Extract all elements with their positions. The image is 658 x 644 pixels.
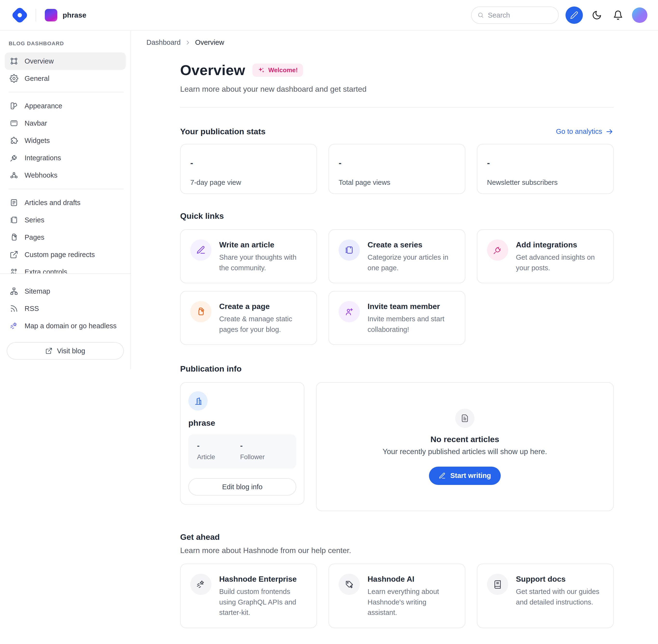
metric-follower: - Follower: [240, 441, 265, 461]
quick-link-invite-team-member[interactable]: Invite team member Invite members and st…: [329, 291, 465, 345]
sidebar-item-custom-page-redirects[interactable]: Custom page redirects: [5, 246, 126, 263]
blog-name[interactable]: phrase: [63, 11, 86, 19]
app-header: phrase: [0, 0, 658, 31]
get-ahead-card-ai[interactable]: Hashnode AI Learn everything about Hashn…: [329, 564, 465, 628]
card-title: Create a series: [368, 240, 455, 249]
sidebar-item-map-domain[interactable]: Map a domain or go headless: [5, 317, 126, 335]
quick-link-add-integrations[interactable]: Add integrations Get advanced insights o…: [477, 229, 614, 283]
sidebar-item-label: Sitemap: [25, 288, 50, 295]
moon-icon: [592, 10, 602, 20]
sidebar-item-label: Custom page redirects: [25, 251, 95, 259]
chevron-right-icon: [184, 39, 191, 46]
sidebar-item-overview[interactable]: Overview: [5, 52, 126, 70]
sidebar-item-webhooks[interactable]: Webhooks: [5, 166, 126, 184]
sidebar-item-general[interactable]: General: [5, 70, 126, 87]
edit-blog-info-button[interactable]: Edit blog info: [188, 478, 296, 496]
divider: [180, 107, 614, 108]
user-plus-icon: [338, 301, 360, 322]
recent-articles-desc: Your recently published articles will sh…: [383, 447, 547, 456]
sidebar-item-label: RSS: [25, 305, 39, 313]
recent-articles-title: No recent articles: [383, 435, 547, 444]
start-writing-button[interactable]: Start writing: [429, 467, 501, 485]
series-icon: [9, 216, 18, 224]
card-desc: Get started with our guides and detailed…: [516, 586, 604, 607]
pages-icon: [190, 301, 212, 322]
metric-label: Follower: [240, 453, 265, 461]
page-subtitle: Learn more about your new dashboard and …: [180, 85, 614, 94]
stat-value: -: [190, 158, 307, 168]
stat-card-total-page-views[interactable]: - Total page views: [329, 144, 465, 194]
write-button[interactable]: [566, 6, 583, 24]
stat-label: Total page views: [338, 179, 455, 186]
breadcrumb-dashboard[interactable]: Dashboard: [147, 39, 181, 46]
sidebar-section-label: BLOG DASHBOARD: [9, 41, 126, 47]
article-icon: [9, 198, 18, 207]
overview-icon: [9, 57, 18, 66]
publication-name: phrase: [188, 418, 296, 428]
pen-icon: [439, 472, 446, 479]
sidebar-item-label: Navbar: [25, 119, 47, 127]
sidebar-item-label: Widgets: [25, 137, 50, 145]
quick-link-write-article[interactable]: Write an article Share your thoughts wit…: [180, 229, 317, 283]
welcome-badge-label: Welcome!: [268, 66, 298, 74]
user-avatar[interactable]: [632, 7, 648, 23]
notifications-button[interactable]: [611, 8, 625, 22]
sidebar-item-navbar[interactable]: Navbar: [5, 115, 126, 132]
metric-value: -: [240, 441, 265, 450]
stat-label: 7-day page view: [190, 179, 307, 186]
search-bar[interactable]: [471, 6, 559, 24]
hashnode-logo[interactable]: [11, 6, 29, 24]
sidebar-item-sitemap[interactable]: Sitemap: [5, 282, 126, 300]
breadcrumb-overview[interactable]: Overview: [195, 39, 224, 46]
gear-icon: [9, 74, 18, 83]
card-title: Hashnode AI: [368, 575, 455, 583]
sidebar: BLOG DASHBOARD Overview General Appearan…: [0, 31, 131, 369]
visit-blog-button[interactable]: Visit blog: [7, 342, 124, 360]
search-input[interactable]: [488, 11, 552, 19]
sidebar-item-series[interactable]: Series: [5, 211, 126, 229]
external-link-icon: [45, 347, 52, 354]
quick-link-create-series[interactable]: Create a series Categorize your articles…: [329, 229, 465, 283]
main-content: Dashboard Overview Overview Welcome! Lea…: [131, 31, 658, 628]
card-desc: Categorize your articles in one page.: [368, 252, 455, 273]
sitemap-icon: [9, 287, 18, 296]
go-to-analytics-link[interactable]: Go to analytics: [556, 128, 614, 136]
blog-avatar[interactable]: [45, 9, 57, 21]
dark-mode-toggle[interactable]: [590, 8, 604, 22]
sidebar-item-articles-and-drafts[interactable]: Articles and drafts: [5, 194, 126, 211]
card-desc: Create & manage static pages for your bl…: [219, 314, 307, 335]
bell-icon: [613, 10, 623, 20]
get-ahead-card-support-docs[interactable]: Support docs Get started with our guides…: [477, 564, 614, 628]
get-ahead-card-enterprise[interactable]: Hashnode Enterprise Build custom fronten…: [180, 564, 317, 628]
sidebar-item-rss[interactable]: RSS: [5, 300, 126, 317]
sidebar-item-extra-controls[interactable]: Extra controls: [5, 263, 126, 273]
sidebar-item-label: Map a domain or go headless: [25, 322, 116, 330]
quick-link-create-page[interactable]: Create a page Create & manage static pag…: [180, 291, 317, 345]
series-icon: [338, 239, 360, 261]
sidebar-item-appearance[interactable]: Appearance: [5, 97, 126, 115]
quick-links-heading: Quick links: [180, 211, 614, 221]
sidebar-item-label: Webhooks: [25, 171, 58, 179]
welcome-badge: Welcome!: [253, 64, 303, 77]
card-title: Hashnode Enterprise: [219, 575, 307, 583]
stat-label: Newsletter subscribers: [487, 179, 604, 186]
stat-card-newsletter-subscribers[interactable]: - Newsletter subscribers: [477, 144, 614, 194]
card-desc: Invite members and start collaborating!: [368, 314, 455, 335]
building-icon: [188, 391, 207, 411]
sidebar-item-label: Appearance: [25, 102, 62, 110]
shooting-star-icon: [190, 574, 212, 595]
shooting-star-icon: [9, 322, 18, 330]
sidebar-item-pages[interactable]: Pages: [5, 229, 126, 246]
sidebar-item-integrations[interactable]: Integrations: [5, 149, 126, 166]
stat-card-7-day-page-view[interactable]: - 7-day page view: [180, 144, 317, 194]
sidebar-item-widgets[interactable]: Widgets: [5, 132, 126, 149]
navbar-icon: [9, 119, 18, 128]
card-desc: Share your thoughts with the community.: [219, 252, 307, 273]
get-ahead-subtitle: Learn more about Hashnode from our help …: [180, 546, 614, 555]
arrow-right-icon: [606, 128, 614, 136]
sidebar-item-label: Articles and drafts: [25, 199, 81, 207]
header-divider: [36, 9, 36, 21]
sparkles-icon: [258, 67, 265, 74]
publication-info-heading: Publication info: [180, 364, 614, 373]
document-icon: [455, 409, 475, 428]
